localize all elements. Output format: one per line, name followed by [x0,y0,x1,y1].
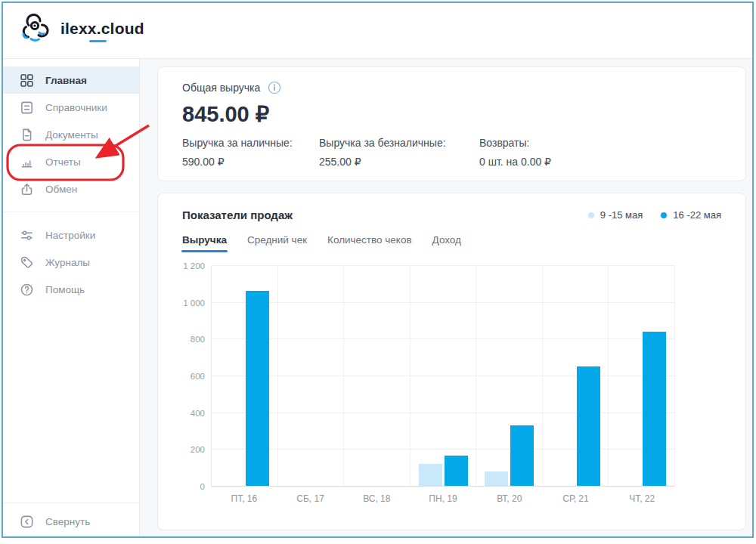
x-tick-label: СР, 21 [543,487,609,504]
sidebar-divider-bottom [3,502,139,503]
catalog-icon [19,100,34,115]
sidebar-item-журналы[interactable]: Журналы [3,249,139,276]
grid-icon [19,73,34,88]
sidebar-item-label: Журналы [45,257,90,268]
collapse-icon [19,514,34,529]
revenue-metric-0: Выручка за наличные:590.00 ₽ [182,137,319,168]
sidebar-item-label: Настройки [45,230,95,241]
journal-icon [19,255,34,270]
chart-legend: 9 -15 мая16 -22 мая [588,209,721,221]
sidebar-collapse-button[interactable]: Свернуть [3,506,139,536]
bar-series1-0 [246,291,269,486]
x-tick-label: ПН, 19 [410,487,476,504]
total-revenue-value: 845.00 ₽ [182,101,721,127]
legend-dot [661,212,667,218]
sidebar-item-помощь[interactable]: Помощь [3,276,139,303]
x-tick-label: ВС, 18 [343,487,410,504]
logo[interactable]: ilexx.cloud [17,14,144,48]
sidebar-main-group: Главная Справочники Документы Отчеты Обм… [3,66,139,202]
sidebar-item-label: Главная [45,75,87,86]
legend-label: 9 -15 мая [600,209,643,221]
sidebar-secondary-group: Настройки Журналы Помощь [3,221,139,303]
sidebar-collapse-label: Свернуть [45,516,90,527]
sidebar-item-label: Обмен [45,184,77,195]
help-icon [19,282,34,297]
chart-column-5 [543,266,609,486]
chart-x-axis: ПТ, 16СБ, 17ВС, 18ПН, 19ВТ, 20СР, 21ЧТ, … [211,487,675,504]
sales-chart: 02004006008001 0001 200 ПТ, 16СБ, 17ВС, … [182,266,721,504]
metric-label: Выручка за безналичные: [319,137,479,149]
revenue-metrics-row: Выручка за наличные:590.00 ₽Выручка за б… [182,137,721,168]
sidebar-item-документы[interactable]: Документы [3,121,139,148]
y-tick-label: 0 [200,482,205,491]
y-tick-label: 1 000 [183,298,205,308]
sidebar-item-справочники[interactable]: Справочники [3,94,139,121]
sales-card: Показатели продаж 9 -15 мая16 -22 мая Вы… [157,193,746,530]
chart-y-axis: 02004006008001 0001 200 [182,266,211,487]
y-tick-label: 800 [191,335,205,344]
sidebar-item-label: Справочники [45,102,107,113]
legend-dot [588,212,594,218]
chart-plot-area [211,266,675,487]
sales-tabs: ВыручкаСредний чекКоличество чековДоход [182,234,721,252]
x-tick-label: СБ, 17 [277,487,344,504]
chart-column-2 [344,266,411,486]
bar-series1-4 [510,425,534,486]
metric-label: Возвраты: [479,137,551,149]
sidebar-item-настройки[interactable]: Настройки [3,221,139,249]
chart-column-1 [278,266,345,486]
metric-label: Выручка за наличные: [182,137,319,149]
x-tick-label: ЧТ, 22 [609,487,675,504]
metric-value: 590.00 ₽ [182,156,319,168]
metric-value: 255.00 ₽ [319,156,479,168]
app-header: ilexx.cloud [3,3,752,59]
y-tick-label: 200 [191,445,205,454]
settings-icon [19,227,34,243]
x-tick-label: ВТ, 20 [476,487,543,504]
revenue-metric-1: Выручка за безналичные:255.00 ₽ [319,137,479,168]
info-icon[interactable] [268,81,281,94]
bar-series1-6 [643,332,666,486]
app-window: ilexx.cloud Главная Справочники Документ… [2,2,754,538]
bar-series1-5 [577,366,600,486]
tab-количество-чеков[interactable]: Количество чеков [327,234,412,252]
y-tick-label: 600 [191,372,205,381]
sidebar-divider [3,212,139,212]
main-area: Общая выручка 845.00 ₽ Выручка за наличн… [140,59,752,536]
y-tick-label: 400 [191,409,205,418]
x-tick-label: ПТ, 16 [211,487,277,504]
sidebar-item-обмен[interactable]: Обмен [3,175,139,202]
chart-column-0 [212,266,278,486]
tab-выручка[interactable]: Выручка [182,234,227,252]
bar-series1-3 [445,456,468,486]
legend-label: 16 -22 мая [673,209,721,221]
sidebar: Главная Справочники Документы Отчеты Обм… [3,59,140,536]
revenue-metric-2: Возвраты:0 шт. на 0.00 ₽ [479,137,551,168]
logo-text: ilexx.cloud [60,20,144,38]
sidebar-item-label: Помощь [45,284,85,295]
sales-card-title: Показатели продаж [182,209,293,221]
logo-icon [17,14,53,48]
report-icon [19,154,34,169]
tab-доход[interactable]: Доход [432,234,461,252]
bar-series0-4 [485,471,508,486]
y-tick-label: 1 200 [183,261,205,270]
revenue-card: Общая выручка 845.00 ₽ Выручка за наличн… [157,66,746,181]
chart-column-3 [411,266,477,486]
bar-series0-3 [419,464,442,486]
sidebar-item-отчеты[interactable]: Отчеты [3,148,139,175]
sidebar-item-label: Отчеты [45,156,81,168]
revenue-card-title: Общая выручка [182,82,260,94]
sidebar-item-главная[interactable]: Главная [3,66,139,94]
sidebar-item-label: Документы [45,129,98,141]
logo-underline [89,40,107,42]
tab-средний-чек[interactable]: Средний чек [247,234,307,252]
metric-value: 0 шт. на 0.00 ₽ [479,156,551,168]
legend-item-0[interactable]: 9 -15 мая [588,209,643,221]
legend-item-1[interactable]: 16 -22 мая [661,209,721,221]
chart-column-4 [476,266,543,486]
content-row: Главная Справочники Документы Отчеты Обм… [3,59,752,536]
chart-column-6 [609,266,675,486]
exchange-icon [19,181,34,196]
document-icon [19,127,34,142]
